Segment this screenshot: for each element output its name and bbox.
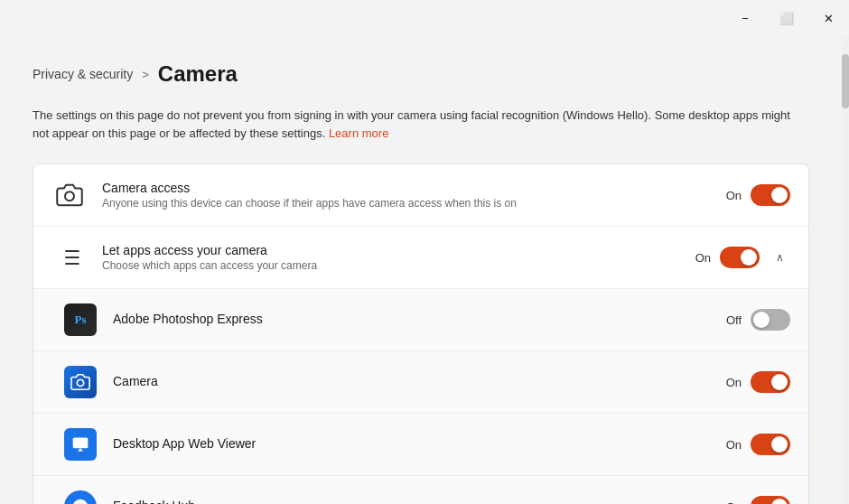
photoshop-icon: Ps xyxy=(62,302,98,338)
setting-info-feedback-hub: Feedback Hub xyxy=(113,499,726,504)
setting-title-camera-app: Camera xyxy=(113,374,726,388)
setting-info-camera-app: Camera xyxy=(113,374,726,390)
list-icon xyxy=(51,239,88,275)
setting-title-feedback-hub: Feedback Hub xyxy=(113,499,726,504)
status-camera-access: On xyxy=(726,189,742,202)
svg-point-0 xyxy=(65,191,74,201)
minimize-button[interactable]: − xyxy=(724,4,766,33)
svg-point-7 xyxy=(77,379,83,386)
toggle-thumb-feedback-hub xyxy=(771,499,788,504)
description-text: The settings on this page do not prevent… xyxy=(33,108,790,140)
scrollbar-track[interactable] xyxy=(842,36,849,504)
setting-row-camera-access: Camera access Anyone using this device c… xyxy=(33,164,808,227)
setting-row-desktop-web-viewer: Desktop App Web Viewer On xyxy=(33,414,808,476)
toggle-feedback-hub[interactable] xyxy=(751,496,790,504)
toggle-photoshop[interactable] xyxy=(751,309,790,331)
page-description: The settings on this page do not prevent… xyxy=(33,107,809,142)
toggle-thumb-camera-app xyxy=(771,374,788,390)
desktop-icon-wrapper xyxy=(62,426,98,462)
toggle-thumb-camera-access xyxy=(771,187,788,203)
breadcrumb-separator: > xyxy=(142,68,149,81)
setting-info-camera-access: Camera access Anyone using this device c… xyxy=(102,181,726,210)
toggle-desktop-web-viewer[interactable] xyxy=(751,434,790,455)
setting-control-let-apps: On ∧ xyxy=(695,247,790,268)
desktop-app-icon xyxy=(64,428,97,461)
expand-button-let-apps[interactable]: ∧ xyxy=(769,247,790,268)
status-let-apps: On xyxy=(695,251,711,265)
setting-desc-let-apps: Choose which apps can access your camera xyxy=(102,259,695,272)
photoshop-app-icon: Ps xyxy=(64,303,97,336)
setting-control-photoshop: Off xyxy=(726,309,790,331)
svg-rect-8 xyxy=(73,438,89,449)
setting-title-desktop-web-viewer: Desktop App Web Viewer xyxy=(113,436,726,451)
camera-outline-icon xyxy=(51,177,88,213)
toggle-thumb-photoshop xyxy=(753,312,770,328)
toggle-camera-access[interactable] xyxy=(751,184,790,206)
setting-title-photoshop: Adobe Photoshop Express xyxy=(113,312,726,326)
toggle-camera-app[interactable] xyxy=(751,371,790,393)
setting-title-camera-access: Camera access xyxy=(102,181,726,195)
setting-control-camera-app: On xyxy=(726,371,790,393)
toggle-thumb-let-apps xyxy=(741,249,757,266)
setting-row-let-apps: Let apps access your camera Choose which… xyxy=(33,227,808,289)
learn-more-link[interactable]: Learn more xyxy=(329,126,388,140)
status-photoshop: Off xyxy=(726,313,742,327)
status-desktop-web-viewer: On xyxy=(726,438,742,452)
status-feedback-hub: On xyxy=(726,500,742,505)
setting-control-feedback-hub: On xyxy=(726,496,790,504)
toggle-let-apps[interactable] xyxy=(720,247,760,268)
feedback-icon-wrapper xyxy=(62,489,98,504)
settings-card: Camera access Anyone using this device c… xyxy=(33,163,809,504)
setting-info-photoshop: Adobe Photoshop Express xyxy=(113,312,726,328)
scrollbar-thumb[interactable] xyxy=(842,54,849,108)
setting-row-feedback-hub: Feedback Hub On xyxy=(33,476,808,504)
setting-row-camera-app: Camera On xyxy=(33,351,808,414)
setting-row-photoshop: Ps Adobe Photoshop Express Off xyxy=(33,289,808,351)
breadcrumb: Privacy & security > Camera xyxy=(33,61,809,87)
maximize-button[interactable]: ⬜ xyxy=(766,4,807,33)
setting-info-let-apps: Let apps access your camera Choose which… xyxy=(102,243,695,272)
camera-app-icon-wrapper xyxy=(62,364,98,400)
feedback-hub-icon xyxy=(64,490,97,504)
setting-control-desktop-web-viewer: On xyxy=(726,434,790,455)
breadcrumb-parent[interactable]: Privacy & security xyxy=(33,67,133,81)
close-button[interactable]: ✕ xyxy=(807,4,849,33)
toggle-thumb-desktop-web-viewer xyxy=(771,436,788,453)
setting-info-desktop-web-viewer: Desktop App Web Viewer xyxy=(113,436,726,453)
setting-control-camera-access: On xyxy=(726,184,790,206)
breadcrumb-current: Camera xyxy=(158,61,238,87)
setting-title-let-apps: Let apps access your camera xyxy=(102,243,695,257)
titlebar: − ⬜ ✕ xyxy=(0,0,849,36)
camera-app-icon xyxy=(64,366,97,398)
titlebar-buttons: − ⬜ ✕ xyxy=(724,4,849,33)
setting-desc-camera-access: Anyone using this device can choose if t… xyxy=(102,197,726,210)
status-camera-app: On xyxy=(726,376,742,389)
main-content: Privacy & security > Camera The settings… xyxy=(0,36,842,504)
